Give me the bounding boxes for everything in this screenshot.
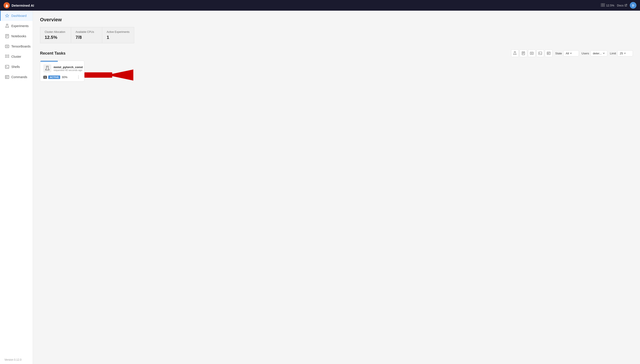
task-card-body: mnist_pytorch_const requested 40 seconds… <box>40 62 84 82</box>
chevron-down-icon-3 <box>624 52 626 54</box>
sidebar-item-cluster-label: Cluster <box>11 55 21 58</box>
task-card-subtitle: requested 40 seconds ago <box>54 69 83 72</box>
sidebar-item-experiments[interactable]: Experiments <box>0 21 33 31</box>
svg-rect-3 <box>601 5 603 6</box>
topnav: Determined AI 12.5% Docs D <box>0 0 640 11</box>
filter-experiments-icon <box>513 52 517 55</box>
filter-limit-label: Limit <box>610 52 616 55</box>
task-card-icon <box>43 64 51 72</box>
filter-shells-btn[interactable] <box>536 50 544 57</box>
filter-shells-icon <box>538 52 542 55</box>
task-card-info: mnist_pytorch_const requested 40 seconds… <box>54 66 83 72</box>
notebooks-icon <box>5 34 9 38</box>
filter-commands-icon <box>547 52 550 55</box>
cluster-percent: 12.5% <box>606 4 614 7</box>
experiment-icon <box>45 66 50 71</box>
filter-tensorboards-icon <box>530 52 534 55</box>
sidebar-item-tensorboards[interactable]: TensorBoards <box>0 41 33 52</box>
card-label-allocation: Cluster Allocation <box>45 30 66 34</box>
version-label: Version 0.12.0 <box>0 356 33 364</box>
filter-state-group: State All <box>555 50 579 56</box>
sidebar-item-shells[interactable]: Shells <box>0 62 33 72</box>
tasks-grid: mnist_pytorch_const requested 40 seconds… <box>40 60 633 82</box>
recent-tasks-header: Recent Tasks <box>40 50 633 57</box>
svg-rect-4 <box>603 5 605 6</box>
cluster-icon <box>601 3 605 7</box>
filter-controls: State All Users deter... <box>511 50 633 57</box>
docs-label: Docs <box>617 4 623 7</box>
card-value-cpus: 7/8 <box>76 35 98 40</box>
card-label-cpus: Available CPUs <box>76 30 98 34</box>
filter-limit-select[interactable]: 25 <box>617 50 633 56</box>
sidebar-item-tensorboards-label: TensorBoards <box>11 44 31 48</box>
task-menu-button[interactable]: ⋮ <box>76 75 81 79</box>
sidebar-item-notebooks-label: Notebooks <box>11 34 26 38</box>
logo-icon <box>4 2 10 8</box>
shells-icon <box>5 65 9 69</box>
page-title: Overview <box>40 17 633 23</box>
task-card-title: mnist_pytorch_const <box>54 66 83 69</box>
logo[interactable]: Determined AI <box>4 2 34 8</box>
sidebar-item-dashboard[interactable]: Dashboard <box>0 11 33 21</box>
sidebar-item-commands[interactable]: Commands <box>0 72 33 82</box>
sidebar-item-experiments-label: Experiments <box>11 24 29 28</box>
annotation-arrow <box>84 65 133 85</box>
filter-commands-btn[interactable] <box>545 50 552 57</box>
svg-rect-1 <box>601 4 603 5</box>
card-value-experiments: 1 <box>107 35 130 40</box>
svg-marker-18 <box>107 70 133 80</box>
docs-link[interactable]: Docs <box>617 4 627 7</box>
svg-rect-15 <box>539 52 542 54</box>
user-avatar[interactable]: D <box>630 2 636 9</box>
svg-rect-2 <box>603 4 605 5</box>
filter-limit-group: Limit 25 <box>610 50 633 56</box>
filter-state-label: State <box>555 52 562 55</box>
external-link-icon <box>624 4 627 7</box>
filter-users-select[interactable]: deter... <box>590 50 607 56</box>
svg-rect-7 <box>5 55 7 56</box>
task-progress-text: 30% <box>62 76 67 79</box>
overview-card-cpus: Available CPUs 7/8 <box>71 27 102 43</box>
filter-users-label: Users <box>581 52 589 55</box>
main-layout: Dashboard Experiments Notebooks TensorBo… <box>0 11 640 364</box>
tensorboards-icon <box>5 44 9 48</box>
overview-cards: Cluster Allocation 12.5% Available CPUs … <box>40 27 633 43</box>
filter-state-select[interactable]: All <box>563 50 579 56</box>
task-badge-num: 1 <box>43 76 47 79</box>
svg-rect-5 <box>6 34 9 38</box>
experiments-icon <box>5 24 9 28</box>
filter-notebooks-icon <box>522 52 525 55</box>
svg-rect-9 <box>5 56 7 58</box>
task-type-filters <box>511 50 552 57</box>
task-badge-state: ACTIVE <box>48 76 60 79</box>
task-card-header: mnist_pytorch_const requested 40 seconds… <box>43 64 81 72</box>
sidebar-item-dashboard-label: Dashboard <box>11 14 27 18</box>
main-content: Overview Cluster Allocation 12.5% Availa… <box>33 11 640 364</box>
cluster-usage: 12.5% <box>601 3 614 7</box>
chevron-down-icon <box>570 52 572 54</box>
sidebar-item-shells-label: Shells <box>11 65 20 68</box>
sidebar: Dashboard Experiments Notebooks TensorBo… <box>0 11 33 364</box>
svg-rect-11 <box>5 65 9 68</box>
cluster-nav-icon <box>5 54 9 58</box>
card-value-allocation: 12.5% <box>45 35 66 40</box>
sidebar-item-notebooks[interactable]: Notebooks <box>0 31 33 41</box>
chevron-down-icon-2 <box>603 52 605 54</box>
filter-users-group: Users deter... <box>581 50 607 56</box>
svg-rect-19 <box>84 72 112 78</box>
task-card[interactable]: mnist_pytorch_const requested 40 seconds… <box>40 60 84 82</box>
sidebar-item-cluster[interactable]: Cluster <box>0 52 33 62</box>
filter-notebooks-btn[interactable] <box>520 50 527 57</box>
overview-card-experiments: Active Experiments 1 <box>102 27 134 43</box>
svg-rect-8 <box>8 55 9 56</box>
recent-tasks-title: Recent Tasks <box>40 51 511 56</box>
overview-card-allocation: Cluster Allocation 12.5% <box>40 27 71 43</box>
commands-icon <box>5 75 9 79</box>
card-label-experiments: Active Experiments <box>107 30 130 34</box>
filter-experiments-btn[interactable] <box>511 50 519 57</box>
filter-tensorboards-btn[interactable] <box>528 50 536 57</box>
sidebar-item-commands-label: Commands <box>11 75 27 79</box>
star-icon <box>5 14 9 18</box>
logo-text: Determined AI <box>12 4 34 7</box>
svg-rect-10 <box>8 56 9 58</box>
